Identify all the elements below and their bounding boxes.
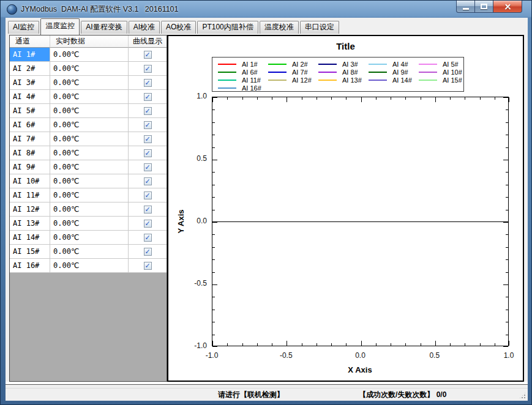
table-row: AI 15#0.00℃✓ xyxy=(10,245,167,259)
client-area: AI监控温度监控AI量程变换AI校准AO校准PT100内阻补偿温度校准串口设定 … xyxy=(6,18,528,401)
column-header[interactable]: 通道 xyxy=(10,35,50,48)
table-row: AI 10#0.00℃✓ xyxy=(10,174,167,188)
channel-cell[interactable]: AI 9# xyxy=(10,160,50,174)
channel-cell[interactable]: AI 15# xyxy=(10,245,50,258)
resize-grip-icon[interactable] xyxy=(519,392,526,399)
tab-ai-range-transform[interactable]: AI量程变换 xyxy=(81,21,127,34)
curve-checkbox[interactable]: ✓ xyxy=(144,107,152,115)
table-row: AI 7#0.00℃✓ xyxy=(10,132,167,146)
close-button[interactable] xyxy=(493,1,522,13)
legend-line-swatch xyxy=(218,72,236,73)
legend-item: AI 11# xyxy=(212,76,263,84)
curve-checkbox[interactable]: ✓ xyxy=(144,65,152,73)
channel-cell[interactable]: AI 3# xyxy=(10,76,50,89)
legend-item: AI 16# xyxy=(212,84,263,92)
chart-panel: Title AI 1#AI 2#AI 3#AI 4#AI 5#AI 6#AI 7… xyxy=(167,35,524,382)
legend-line-swatch xyxy=(268,80,287,81)
status-bar: 请进行【联机检测】 【成功次数/失败次数】 0/0 xyxy=(6,388,528,401)
curve-checkbox[interactable]: ✓ xyxy=(144,262,152,270)
legend-item: AI 7# xyxy=(263,69,313,76)
legend-label: AI 13# xyxy=(342,76,362,84)
channel-cell[interactable]: AI 6# xyxy=(10,118,50,132)
table-row: AI 13#0.00℃✓ xyxy=(10,217,167,231)
curve-checkbox[interactable]: ✓ xyxy=(144,79,152,87)
table-body: AI 1#0.00℃✓AI 2#0.00℃✓AI 3#0.00℃✓AI 4#0.… xyxy=(10,48,167,273)
legend-line-swatch xyxy=(218,80,236,81)
legend-label: AI 11# xyxy=(242,76,261,84)
tab-ai-calibration[interactable]: AI校准 xyxy=(129,21,160,34)
y-tick-label: 1.0 xyxy=(185,92,207,100)
channel-cell[interactable]: AI 14# xyxy=(10,231,50,244)
tab-ao-calibration[interactable]: AO校准 xyxy=(161,21,196,34)
y-tick-label: 0.5 xyxy=(185,154,207,163)
curve-checkbox[interactable]: ✓ xyxy=(144,121,152,129)
channel-cell[interactable]: AI 5# xyxy=(10,104,50,117)
value-cell: 0.00℃ xyxy=(50,132,129,146)
curve-checkbox[interactable]: ✓ xyxy=(144,220,152,228)
column-header[interactable]: 实时数据 xyxy=(50,35,129,48)
tab-ai-monitor[interactable]: AI监控 xyxy=(8,21,39,34)
channel-cell[interactable]: AI 12# xyxy=(10,202,50,216)
channel-cell[interactable]: AI 4# xyxy=(10,90,50,103)
legend-row: AI 1#AI 2#AI 3#AI 4#AI 5# xyxy=(212,60,463,68)
curve-checkbox[interactable]: ✓ xyxy=(144,191,152,199)
value-cell: 0.00℃ xyxy=(50,48,129,61)
channel-cell[interactable]: AI 16# xyxy=(10,259,50,272)
legend-row: AI 11#AI 12#AI 13#AI 14#AI 15# xyxy=(212,76,463,84)
curve-checkbox-cell: ✓ xyxy=(129,132,167,146)
legend-line-swatch xyxy=(318,80,337,81)
y-axis-label: Y Axis xyxy=(176,209,185,233)
channel-cell[interactable]: AI 10# xyxy=(10,174,50,188)
curve-checkbox[interactable]: ✓ xyxy=(144,149,152,157)
curve-checkbox-cell: ✓ xyxy=(129,118,167,132)
status-counters: 【成功次数/失败次数】 0/0 xyxy=(359,388,446,401)
curve-checkbox[interactable]: ✓ xyxy=(144,234,152,242)
tab-bar: AI监控温度监控AI量程变换AI校准AO校准PT100内阻补偿温度校准串口设定 xyxy=(6,18,528,35)
curve-checkbox-cell: ✓ xyxy=(129,259,167,272)
legend-line-swatch xyxy=(369,64,387,65)
legend-line-swatch xyxy=(419,64,437,65)
legend-label: AI 4# xyxy=(392,61,408,68)
value-cell: 0.00℃ xyxy=(50,231,129,244)
legend-label: AI 8# xyxy=(342,69,358,76)
minimize-icon xyxy=(463,8,469,10)
column-header[interactable]: 曲线显示 xyxy=(129,35,167,48)
close-icon xyxy=(504,3,511,10)
tab-temp-monitor[interactable]: 温度监控 xyxy=(40,18,80,35)
value-cell: 0.00℃ xyxy=(50,76,129,89)
table-row: AI 8#0.00℃✓ xyxy=(10,146,167,160)
curve-checkbox[interactable]: ✓ xyxy=(144,248,152,256)
legend-item: AI 15# xyxy=(413,76,463,84)
legend-line-swatch xyxy=(268,72,287,73)
tab-pt100-resistance-comp[interactable]: PT100内阻补偿 xyxy=(197,21,258,34)
channel-cell[interactable]: AI 8# xyxy=(10,146,50,160)
legend-row: AI 16# xyxy=(212,84,463,92)
curve-checkbox[interactable]: ✓ xyxy=(144,93,152,101)
channel-cell[interactable]: AI 11# xyxy=(10,188,50,202)
channel-cell[interactable]: AI 13# xyxy=(10,217,50,230)
table-row: AI 3#0.00℃✓ xyxy=(10,76,167,90)
channel-cell[interactable]: AI 7# xyxy=(10,132,50,146)
tab-serial-port-settings[interactable]: 串口设定 xyxy=(300,21,339,34)
titlebar[interactable]: JYModbus DAM-AI 配置软件 V3.1 20161101 xyxy=(1,1,531,18)
curve-checkbox[interactable]: ✓ xyxy=(144,51,152,59)
legend-line-swatch xyxy=(369,80,387,81)
value-cell: 0.00℃ xyxy=(50,188,129,202)
curve-checkbox-cell: ✓ xyxy=(129,217,167,230)
curve-checkbox-cell: ✓ xyxy=(129,62,167,75)
curve-checkbox[interactable]: ✓ xyxy=(144,163,152,171)
legend-label: AI 16# xyxy=(242,84,261,92)
channel-cell[interactable]: AI 2# xyxy=(10,62,50,75)
curve-checkbox[interactable]: ✓ xyxy=(144,206,152,214)
maximize-button[interactable] xyxy=(475,1,493,13)
tab-temp-calibration[interactable]: 温度校准 xyxy=(260,21,299,34)
curve-checkbox[interactable]: ✓ xyxy=(144,177,152,185)
plot-area xyxy=(212,97,509,346)
channel-cell[interactable]: AI 1# xyxy=(10,48,50,61)
legend-item: AI 5# xyxy=(413,61,463,68)
curve-checkbox[interactable]: ✓ xyxy=(144,135,152,143)
table-row: AI 5#0.00℃✓ xyxy=(10,104,167,118)
minimize-button[interactable] xyxy=(456,1,475,13)
chart-title: Title xyxy=(168,41,523,51)
legend-label: AI 10# xyxy=(443,69,462,76)
